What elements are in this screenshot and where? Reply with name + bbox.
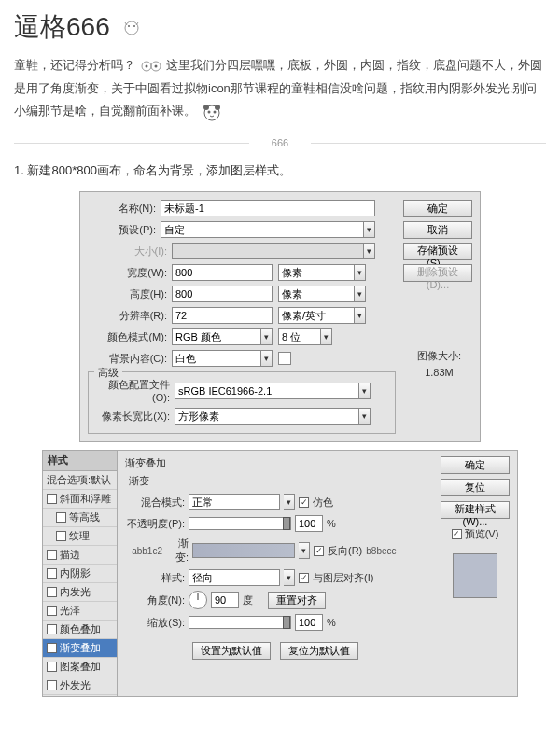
opacity-slider[interactable] — [189, 517, 291, 530]
style-item-checkbox[interactable] — [47, 494, 57, 504]
new-style-button[interactable]: 新建样式(W)... — [441, 501, 510, 519]
style-item-checkbox[interactable]: ✓ — [47, 643, 57, 653]
scale-label: 缩放(S): — [125, 616, 185, 630]
gradient-bar[interactable] — [192, 543, 295, 558]
dropdown-icon[interactable]: ▾ — [299, 542, 310, 559]
style-item-6[interactable]: 光泽 — [43, 602, 117, 621]
style-item-5[interactable]: 内发光 — [43, 583, 117, 602]
reverse-checkbox[interactable]: ✓ — [314, 546, 324, 556]
style-item-0[interactable]: 斜面和浮雕 — [43, 490, 117, 509]
style-item-11[interactable]: 投影 — [43, 695, 117, 697]
scale-input[interactable] — [295, 614, 323, 631]
page-title: 逼格666 — [14, 9, 546, 45]
style-item-label: 外发光 — [60, 678, 91, 692]
reset-default-button[interactable]: 复位为默认值 — [280, 642, 358, 660]
angle-dial[interactable] — [189, 591, 207, 609]
width-unit-select[interactable] — [278, 264, 355, 281]
style-item-checkbox[interactable] — [47, 624, 57, 634]
style-item-checkbox[interactable] — [47, 568, 57, 579]
style-item-1[interactable]: 等高线 — [43, 509, 117, 527]
bitdepth-select[interactable] — [278, 328, 321, 345]
dropdown-icon[interactable]: ▾ — [359, 383, 371, 399]
blend-options-item[interactable]: 混合选项:默认 — [43, 471, 117, 490]
preset-select[interactable] — [161, 221, 364, 238]
dropdown-icon[interactable]: ▾ — [261, 350, 273, 367]
svg-point-0 — [125, 21, 138, 35]
style-item-8[interactable]: ✓渐变叠加 — [43, 639, 117, 658]
degree-label: 度 — [243, 593, 253, 607]
gradient-label: 渐变: — [166, 537, 189, 565]
dropdown-icon[interactable]: ▾ — [355, 307, 366, 324]
dropdown-icon[interactable]: ▾ — [355, 286, 366, 302]
style-item-label: 斜面和浮雕 — [60, 492, 111, 506]
advanced-legend: 高级 — [94, 366, 122, 380]
svg-point-9 — [215, 105, 220, 110]
colorprofile-label: 颜色配置文件(O): — [92, 378, 175, 403]
eyes-emoji-icon — [139, 60, 163, 73]
style-item-checkbox[interactable] — [47, 550, 57, 560]
style-item-checkbox[interactable] — [56, 512, 66, 523]
dropdown-icon[interactable]: ▾ — [284, 494, 295, 510]
style-item-9[interactable]: 图案叠加 — [43, 658, 117, 676]
pixelaspect-select[interactable] — [175, 408, 359, 425]
bgcontent-select[interactable] — [172, 350, 261, 367]
name-input[interactable] — [161, 200, 375, 216]
dropdown-icon[interactable]: ▾ — [284, 569, 295, 586]
style-item-label: 颜色叠加 — [60, 622, 101, 636]
panda-emoji-icon — [200, 102, 224, 122]
style-item-7[interactable]: 颜色叠加 — [43, 621, 117, 639]
dropdown-icon[interactable]: ▾ — [359, 408, 371, 425]
svg-point-10 — [207, 110, 210, 113]
bgcontent-label: 背景内容(C): — [99, 352, 172, 366]
style-item-checkbox[interactable] — [47, 662, 57, 672]
style-item-10[interactable]: 外发光 — [43, 676, 117, 695]
dropdown-icon[interactable]: ▾ — [364, 221, 375, 238]
cancel-button[interactable]: 取消 — [403, 221, 472, 239]
svg-point-11 — [213, 110, 216, 113]
reset-align-button[interactable]: 重置对齐 — [268, 592, 326, 609]
dropdown-icon[interactable]: ▾ — [321, 328, 332, 345]
bg-color-swatch[interactable] — [278, 352, 291, 365]
gradstyle-select[interactable] — [189, 569, 280, 586]
name-label: 名称(N): — [88, 202, 161, 216]
image-size-info: 图像大小: 1.83M — [417, 349, 461, 378]
style-item-2[interactable]: 纹理 — [43, 527, 117, 546]
style-item-checkbox[interactable] — [47, 680, 57, 690]
dropdown-icon[interactable]: ▾ — [261, 328, 273, 345]
set-default-button[interactable]: 设置为默认值 — [192, 642, 271, 660]
height-unit-select[interactable] — [278, 286, 355, 302]
style-item-checkbox[interactable] — [56, 531, 66, 541]
colorprofile-select[interactable] — [175, 383, 359, 399]
delete-preset-button[interactable]: 删除预设(D)... — [403, 264, 472, 282]
dither-checkbox[interactable]: ✓ — [299, 497, 309, 508]
align-checkbox[interactable]: ✓ — [299, 573, 309, 583]
save-preset-button[interactable]: 存储预设(S)... — [403, 243, 472, 260]
preview-checkbox[interactable]: ✓ — [452, 529, 462, 539]
style-item-4[interactable]: 内阴影 — [43, 565, 117, 583]
style-item-3[interactable]: 描边 — [43, 546, 117, 565]
ok-button[interactable]: 确定 — [403, 200, 472, 217]
svg-point-8 — [203, 105, 209, 110]
dropdown-icon[interactable]: ▾ — [355, 264, 366, 281]
width-input[interactable] — [172, 264, 273, 281]
ok-button[interactable]: 确定 — [441, 456, 510, 474]
panel-title: 渐变叠加 — [125, 456, 426, 470]
colormode-select[interactable] — [172, 328, 261, 345]
style-item-checkbox[interactable] — [47, 606, 57, 616]
panel-subtitle: 渐变 — [125, 474, 426, 488]
percent-label: % — [327, 617, 336, 628]
angle-input[interactable] — [211, 592, 239, 608]
preview-swatch — [453, 553, 497, 598]
size-label: 大小(I): — [99, 244, 172, 258]
layer-style-dialog: 样式 混合选项:默认 斜面和浮雕等高线纹理描边内阴影内发光光泽颜色叠加✓渐变叠加… — [42, 450, 518, 697]
resolution-input[interactable] — [172, 307, 273, 324]
opacity-input[interactable] — [295, 515, 323, 532]
reset-button[interactable]: 复位 — [441, 479, 510, 496]
scale-slider[interactable] — [189, 616, 291, 629]
angle-label: 角度(N): — [125, 593, 185, 607]
preview-label: 预览(V) — [465, 527, 499, 541]
resolution-unit-select[interactable] — [278, 307, 355, 324]
style-item-checkbox[interactable] — [47, 587, 57, 597]
blendmode-select[interactable] — [189, 494, 280, 510]
height-input[interactable] — [172, 286, 273, 302]
